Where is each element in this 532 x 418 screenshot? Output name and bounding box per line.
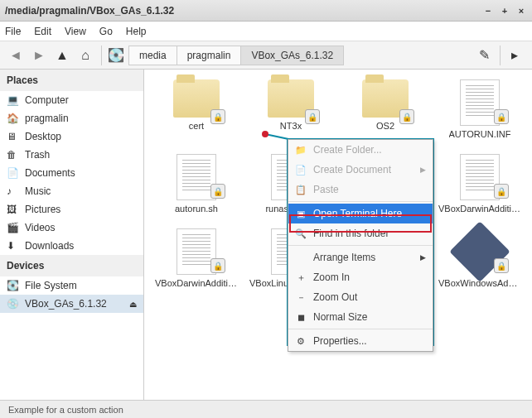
file-name: NT3x [280,121,302,131]
context-item-icon: ⚙ [295,335,307,347]
disk-icon[interactable]: 💽 [105,45,127,66]
place-icon: 🎬 [7,222,20,233]
lock-icon: 🔒 [210,258,225,273]
titlebar: /media/pragmalin/VBox_GAs_6.1.32 − + × [0,0,532,22]
sidebar-item-music[interactable]: ♪Music [0,182,143,200]
context-item-label: Paste [313,184,339,195]
context-item-icon: ＋ [295,271,307,283]
sidebar-item-label: Videos [25,222,55,233]
lock-icon: 🔒 [210,184,225,199]
sidebar-item-computer[interactable]: 💻Computer [0,91,143,109]
file-item[interactable]: 🔒OS2 [341,79,429,139]
more-button[interactable]: ▸ [504,45,525,66]
context-item-icon: 🔍 [295,228,307,239]
file-item[interactable]: 🔒AUTORUN.INF [436,79,524,139]
context-item-label: Zoom Out [313,291,357,303]
menubar: File Edit View Go Help [0,22,532,41]
lock-icon: 🔒 [494,184,509,199]
home-button[interactable]: ⌂ [75,45,96,66]
sidebar-item-pictures[interactable]: 🖼Pictures [0,200,143,219]
lock-icon: 🔒 [494,258,509,273]
file-item[interactable]: 🔒VBoxDarwinAdditionsUninstall.tool [152,228,240,288]
context-item-open-terminal-here[interactable]: ▣Open Terminal Here [288,204,433,223]
file-name: AUTORUN.INF [449,129,511,139]
context-item-icon: ▣ [295,208,307,219]
edit-path-button[interactable]: ✎ [473,45,495,66]
divider [500,46,501,65]
context-item-icon [295,252,307,263]
back-button[interactable]: ◄ [5,45,27,66]
breadcrumb-media[interactable]: media [128,46,177,65]
place-icon: 🗑 [7,149,20,161]
context-separator [288,245,433,246]
context-item-paste: 📋Paste [288,180,433,199]
menu-view[interactable]: View [65,26,86,37]
sidebar-item-file-system[interactable]: 💽File System [0,276,143,295]
sidebar-places-head: Places [0,70,143,91]
sidebar-item-label: Computer [25,94,69,106]
context-item-properties[interactable]: ⚙Properties... [288,331,433,351]
status-text: Example for a custom action [8,405,123,415]
place-icon: 🏠 [7,113,20,124]
place-icon: 🖼 [7,204,20,215]
lock-icon: 🔒 [399,109,414,124]
submenu-arrow-icon: ▶ [420,253,426,262]
sidebar-item-trash[interactable]: 🗑Trash [0,146,143,164]
sidebar-item-label: pragmalin [25,113,69,124]
device-icon: 💿 [7,298,20,310]
context-item-normal-size[interactable]: ◼Normal Size [288,307,433,327]
context-item-zoom-in[interactable]: ＋Zoom In [288,267,433,287]
file-item[interactable]: 🔒NT3x [247,79,335,139]
sidebar-item-vbox-gas-6-1-32[interactable]: 💿VBox_GAs_6.1.32⏏ [0,295,143,313]
window-close-button[interactable]: × [515,5,527,17]
file-item[interactable]: 🔒VBoxDarwinAdditions.pkg [436,154,524,214]
menu-help[interactable]: Help [126,26,147,37]
place-icon: 💻 [7,94,20,106]
context-item-arrange-items[interactable]: Arrange Items▶ [288,247,433,267]
menu-go[interactable]: Go [99,26,113,37]
file-item[interactable]: 🔒cert [152,79,240,139]
place-icon: 🖥 [7,131,20,142]
window-minimize-button[interactable]: − [482,5,494,17]
breadcrumb-current[interactable]: VBox_GAs_6.1.32 [240,46,344,65]
sidebar-item-label: Desktop [25,131,61,142]
sidebar-item-downloads[interactable]: ⬇Downloads [0,237,143,255]
toolbar: ◄ ► ▲ ⌂ 💽 media pragmalin VBox_GAs_6.1.3… [0,41,532,70]
menu-file[interactable]: File [5,26,21,37]
menu-edit[interactable]: Edit [34,26,51,37]
context-item-find-in-this-folder[interactable]: 🔍Find in this folder [288,223,433,243]
submenu-arrow-icon: ▶ [420,166,426,174]
context-separator [288,201,433,202]
sidebar-item-label: Music [25,185,51,197]
sidebar-item-videos[interactable]: 🎬Videos [0,219,143,237]
lock-icon: 🔒 [210,109,225,124]
place-icon: ♪ [7,185,20,197]
context-item-create-document: 📄Create Document▶ [288,160,433,180]
context-item-label: Zoom In [313,271,350,283]
place-icon: 📄 [7,167,20,179]
file-name: VBoxDarwinAdditionsUninstall.tool [155,278,238,288]
context-separator [288,329,433,329]
sidebar-item-pragmalin[interactable]: 🏠pragmalin [0,109,143,127]
lock-icon: 🔒 [305,109,320,124]
window-maximize-button[interactable]: + [499,5,510,17]
file-item[interactable]: 🔒autorun.sh [152,154,240,214]
sidebar-item-label: Downloads [25,240,74,252]
sidebar-item-desktop[interactable]: 🖥Desktop [0,127,143,146]
up-button[interactable]: ▲ [51,45,73,66]
file-name: OS2 [376,121,394,131]
eject-icon[interactable]: ⏏ [129,300,137,309]
file-name: VBoxDarwinAdditions.pkg [438,204,521,214]
context-item-zoom-out[interactable]: －Zoom Out [288,287,433,307]
context-item-label: Create Folder... [313,144,382,156]
breadcrumb-pragmalin[interactable]: pragmalin [177,46,242,65]
sidebar-item-documents[interactable]: 📄Documents [0,164,143,182]
file-item[interactable]: 🔒VBoxWindowsAdditions.exe [436,228,524,288]
context-item-icon: 📋 [295,184,307,195]
context-item-icon: ◼ [295,311,307,323]
sidebar: Places 💻Computer🏠pragmalin🖥Desktop🗑Trash… [0,70,144,400]
context-item-label: Properties... [313,335,367,347]
divider [101,46,102,65]
file-name: autorun.sh [175,204,218,214]
context-item-label: Find in this folder [313,228,389,239]
